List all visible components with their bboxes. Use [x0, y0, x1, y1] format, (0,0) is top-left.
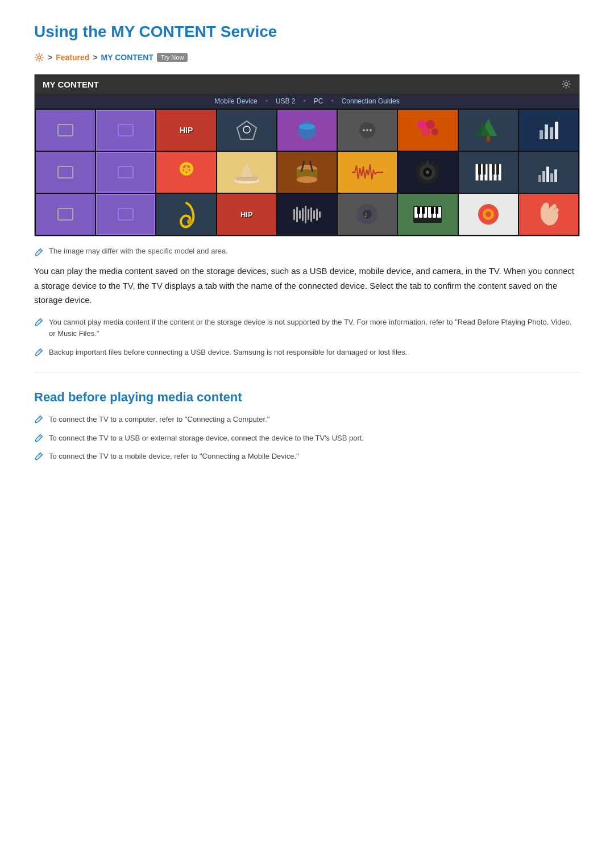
svg-marker-4 [237, 121, 256, 139]
svg-rect-46 [478, 164, 481, 175]
breadcrumb-my-content[interactable]: MY CONTENT [101, 53, 154, 62]
pencil-icon-5 [34, 452, 43, 461]
svg-point-84 [486, 211, 491, 217]
svg-rect-78 [417, 207, 420, 214]
pencil-icon-3 [34, 415, 43, 424]
image-note-text: The image may differ with the specific m… [49, 247, 228, 255]
svg-rect-64 [310, 207, 312, 222]
tile-14[interactable] [277, 152, 337, 193]
gear-icon[interactable] [561, 79, 571, 89]
svg-point-57 [187, 219, 193, 225]
tile-5[interactable] [277, 110, 337, 151]
svg-point-15 [432, 128, 438, 135]
tile-18[interactable] [519, 152, 578, 193]
svg-text:♪: ♪ [364, 210, 368, 219]
tile-3[interactable]: HIP [156, 110, 215, 151]
my-content-title: MY CONTENT [43, 80, 99, 89]
section2-bullet-text-3: To connect the TV to a mobile device, re… [49, 451, 299, 463]
tile-4[interactable] [217, 110, 276, 151]
tile-27[interactable] [519, 194, 578, 235]
tile-6[interactable] [338, 110, 397, 151]
bullet-text-2: Backup important files before connecting… [49, 347, 407, 359]
breadcrumb-sep2: > [93, 53, 97, 62]
svg-rect-80 [431, 207, 434, 214]
svg-rect-81 [435, 207, 438, 214]
svg-rect-66 [316, 209, 318, 221]
bullet-text-1: You cannot play media content if the con… [49, 317, 580, 340]
svg-rect-49 [496, 164, 499, 175]
tabs-row: Mobile Device • USB 2 • PC • Connection … [35, 94, 579, 109]
svg-rect-63 [308, 209, 309, 220]
section2-bullet-text-1: To connect the TV to a computer, refer t… [49, 414, 269, 426]
svg-point-32 [297, 176, 317, 183]
tile-21[interactable] [156, 194, 215, 235]
tile-24[interactable]: ♪ [338, 194, 397, 235]
tile-11[interactable] [96, 152, 155, 193]
tile-9[interactable] [519, 110, 578, 151]
svg-rect-50 [538, 175, 541, 182]
bullet-item-1: You cannot play media content if the con… [34, 317, 580, 340]
svg-rect-20 [545, 124, 548, 139]
svg-rect-22 [555, 122, 558, 139]
svg-rect-59 [296, 207, 298, 222]
pencil-icon-4 [34, 434, 43, 443]
my-content-box: MY CONTENT Mobile Device • USB 2 • PC • … [34, 74, 580, 236]
svg-rect-79 [422, 207, 425, 214]
svg-point-7 [299, 124, 315, 130]
page-title: Using the MY CONTENT Service [34, 23, 580, 41]
tile-7[interactable] [398, 110, 457, 151]
svg-rect-56 [118, 209, 133, 220]
tile-26[interactable] [459, 194, 518, 235]
section2-title: Read before playing media content [34, 390, 580, 405]
svg-rect-65 [313, 210, 315, 219]
tab-connection-guides[interactable]: Connection Guides [342, 97, 400, 105]
section2-bullet-3: To connect the TV to a mobile device, re… [34, 451, 580, 463]
tile-23[interactable] [277, 194, 337, 235]
svg-rect-2 [58, 124, 73, 136]
tile-19[interactable] [36, 194, 95, 235]
image-note: The image may differ with the specific m… [34, 247, 580, 257]
tile-16[interactable] [398, 152, 457, 193]
tile-25[interactable] [398, 194, 457, 235]
pencil-icon-2 [34, 348, 43, 357]
section2-bullet-2: To connect the TV to a USB or external s… [34, 433, 580, 445]
svg-point-6 [298, 121, 316, 139]
tile-17[interactable] [459, 152, 518, 193]
tab-mobile-device[interactable]: Mobile Device [214, 97, 257, 105]
tile-10[interactable] [36, 152, 95, 193]
svg-rect-29 [236, 177, 258, 181]
svg-rect-47 [483, 164, 486, 175]
svg-rect-23 [58, 167, 73, 178]
svg-rect-54 [554, 169, 557, 182]
tile-15[interactable] [338, 152, 397, 193]
pencil-icon-1 [34, 318, 43, 327]
breadcrumb: > Featured > MY CONTENT Try Now [34, 52, 580, 63]
tile-1[interactable] [36, 110, 95, 151]
section-divider [34, 372, 580, 373]
try-now-badge[interactable]: Try Now [157, 53, 188, 62]
svg-rect-61 [302, 208, 304, 221]
svg-point-14 [421, 127, 430, 136]
tile-2[interactable] [96, 110, 155, 151]
svg-rect-60 [299, 210, 301, 219]
svg-rect-24 [118, 167, 133, 178]
svg-rect-21 [550, 127, 553, 139]
tab-pc[interactable]: PC [314, 97, 323, 105]
svg-rect-3 [118, 124, 133, 136]
settings-icon [34, 52, 44, 63]
svg-rect-19 [540, 130, 543, 139]
svg-rect-58 [293, 209, 295, 220]
main-paragraph: You can play the media content saved on … [34, 264, 580, 308]
tile-8[interactable] [459, 110, 518, 151]
svg-rect-67 [319, 211, 321, 218]
pencil-icon [34, 248, 43, 257]
tile-22[interactable]: HIP [217, 194, 276, 235]
tab-usb2[interactable]: USB 2 [276, 97, 296, 105]
breadcrumb-sep1: > [48, 53, 52, 62]
svg-rect-51 [542, 171, 545, 182]
tile-12[interactable] [156, 152, 215, 193]
tile-20[interactable] [96, 194, 155, 235]
section2-bullet-1: To connect the TV to a computer, refer t… [34, 414, 580, 426]
breadcrumb-featured[interactable]: Featured [56, 53, 89, 62]
tile-13[interactable] [217, 152, 276, 193]
